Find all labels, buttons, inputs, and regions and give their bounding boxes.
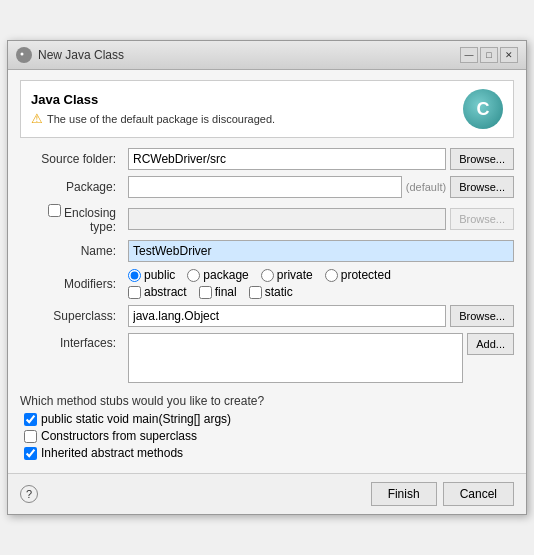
enclosing-type-browse-button: Browse... (450, 208, 514, 230)
stub-item-inherited: Inherited abstract methods (24, 446, 514, 460)
private-modifier[interactable]: private (261, 268, 313, 282)
stub-constructors-label: Constructors from superclass (41, 429, 197, 443)
window-icon (16, 47, 32, 63)
source-folder-label: Source folder: (20, 152, 120, 166)
stubs-section: public static void main(String[] args) C… (24, 412, 514, 460)
static-modifier[interactable]: static (249, 285, 293, 299)
package-label: Package: (20, 180, 120, 194)
maximize-button[interactable]: □ (480, 47, 498, 63)
cancel-button[interactable]: Cancel (443, 482, 514, 506)
svg-point-1 (21, 53, 24, 56)
superclass-input[interactable] (128, 305, 446, 327)
public-modifier[interactable]: public (128, 268, 175, 282)
close-button[interactable]: ✕ (500, 47, 518, 63)
interfaces-input[interactable] (128, 333, 463, 383)
stub-main-checkbox[interactable] (24, 413, 37, 426)
header-info: Java Class ⚠ The use of the default pack… (31, 92, 275, 126)
superclass-row: Browse... (128, 305, 514, 327)
stub-constructors-checkbox[interactable] (24, 430, 37, 443)
footer-left: ? (20, 485, 365, 503)
interfaces-col (128, 333, 463, 386)
eclipse-logo: C (463, 89, 503, 129)
stub-main-label: public static void main(String[] args) (41, 412, 231, 426)
access-modifiers-row: public package private protected (128, 268, 514, 282)
title-bar: New Java Class — □ ✕ (8, 41, 526, 70)
enclosing-type-input[interactable] (128, 208, 446, 230)
source-folder-browse-button[interactable]: Browse... (450, 148, 514, 170)
package-browse-button[interactable]: Browse... (450, 176, 514, 198)
minimize-button[interactable]: — (460, 47, 478, 63)
modifiers-label: Modifiers: (20, 277, 120, 291)
stub-inherited-label: Inherited abstract methods (41, 446, 183, 460)
source-folder-input[interactable] (128, 148, 446, 170)
package-modifier[interactable]: package (187, 268, 248, 282)
dialog-footer: ? Finish Cancel (8, 473, 526, 514)
stub-item-constructors: Constructors from superclass (24, 429, 514, 443)
svg-point-0 (19, 50, 29, 60)
help-button[interactable]: ? (20, 485, 38, 503)
warning-icon: ⚠ (31, 111, 43, 126)
enclosing-type-row: Browse... (128, 208, 514, 230)
add-interface-button[interactable]: Add... (467, 333, 514, 355)
name-input[interactable] (128, 240, 514, 262)
modifiers-container: public package private protected (128, 268, 514, 299)
source-folder-row: Browse... (128, 148, 514, 170)
interfaces-label: Interfaces: (20, 333, 120, 350)
package-row: (default) Browse... (128, 176, 514, 198)
protected-modifier[interactable]: protected (325, 268, 391, 282)
finish-button[interactable]: Finish (371, 482, 437, 506)
stubs-section-label: Which method stubs would you like to cre… (20, 394, 514, 408)
enclosing-type-label: Enclosing type: (20, 204, 120, 234)
interfaces-row: Add... (128, 333, 514, 386)
abstract-modifier[interactable]: abstract (128, 285, 187, 299)
form-fields: Source folder: Browse... Package: (defau… (20, 148, 514, 386)
name-row (128, 240, 514, 262)
extra-modifiers-row: abstract final static (128, 285, 514, 299)
header-section: Java Class ⚠ The use of the default pack… (20, 80, 514, 138)
name-label: Name: (20, 244, 120, 258)
title-bar-left: New Java Class (16, 47, 124, 63)
dialog-content: Java Class ⚠ The use of the default pack… (8, 70, 526, 473)
new-java-class-dialog: New Java Class — □ ✕ Java Class ⚠ The us… (7, 40, 527, 515)
package-default-text: (default) (406, 181, 446, 193)
window-title: New Java Class (38, 48, 124, 62)
superclass-browse-button[interactable]: Browse... (450, 305, 514, 327)
stub-inherited-checkbox[interactable] (24, 447, 37, 460)
header-title: Java Class (31, 92, 275, 107)
superclass-label: Superclass: (20, 309, 120, 323)
enclosing-type-checkbox[interactable] (48, 204, 61, 217)
final-modifier[interactable]: final (199, 285, 237, 299)
title-bar-controls: — □ ✕ (460, 47, 518, 63)
warning-text: ⚠ The use of the default package is disc… (31, 111, 275, 126)
header-left: Java Class ⚠ The use of the default pack… (31, 92, 275, 126)
package-input[interactable] (128, 176, 402, 198)
stub-item-main: public static void main(String[] args) (24, 412, 514, 426)
